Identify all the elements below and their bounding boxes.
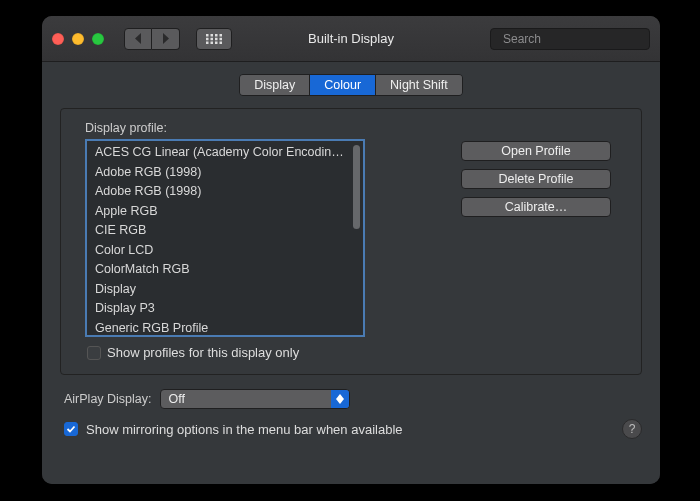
- svg-rect-10: [215, 41, 218, 44]
- show-all-button[interactable]: [196, 28, 232, 50]
- close-window-button[interactable]: [52, 33, 64, 45]
- back-button[interactable]: [124, 28, 152, 50]
- list-item[interactable]: CIE RGB: [89, 221, 351, 241]
- nav-buttons: [124, 28, 180, 50]
- show-only-label: Show profiles for this display only: [107, 345, 299, 360]
- tab-night-shift[interactable]: Night Shift: [376, 75, 462, 95]
- list-item[interactable]: Adobe RGB (1998): [89, 182, 351, 202]
- mirroring-label: Show mirroring options in the menu bar w…: [86, 422, 403, 437]
- colour-panel: Display profile: ACES CG Linear (Academy…: [60, 108, 642, 375]
- list-item[interactable]: Display: [89, 280, 351, 300]
- svg-rect-4: [206, 37, 209, 40]
- svg-rect-2: [215, 34, 218, 37]
- svg-rect-0: [206, 34, 209, 37]
- airplay-value: Off: [169, 392, 185, 406]
- svg-rect-1: [211, 34, 214, 37]
- minimize-window-button[interactable]: [72, 33, 84, 45]
- profile-list-label: Display profile:: [85, 121, 365, 135]
- check-icon: [66, 424, 76, 434]
- list-item[interactable]: Adobe RGB (1998): [89, 163, 351, 183]
- svg-rect-11: [220, 41, 223, 44]
- mirroring-checkbox[interactable]: [64, 422, 78, 436]
- svg-rect-7: [220, 37, 223, 40]
- svg-rect-5: [211, 37, 214, 40]
- svg-rect-8: [206, 41, 209, 44]
- airplay-popup[interactable]: Off: [160, 389, 350, 409]
- airplay-label: AirPlay Display:: [64, 392, 152, 406]
- list-item[interactable]: ColorMatch RGB: [89, 260, 351, 280]
- airplay-row: AirPlay Display: Off: [60, 389, 642, 409]
- scrollbar[interactable]: [352, 143, 361, 333]
- delete-profile-button[interactable]: Delete Profile: [461, 169, 611, 189]
- list-item[interactable]: ACES CG Linear (Academy Color Encoding…: [89, 143, 351, 163]
- list-item[interactable]: Generic RGB Profile: [89, 319, 351, 334]
- show-only-checkbox[interactable]: [87, 346, 101, 360]
- window-controls: [52, 33, 104, 45]
- search-input[interactable]: [503, 32, 653, 46]
- list-item[interactable]: Color LCD: [89, 241, 351, 261]
- mirroring-row[interactable]: Show mirroring options in the menu bar w…: [60, 419, 642, 439]
- tab-bar: Display Colour Night Shift: [60, 74, 642, 96]
- help-button[interactable]: ?: [622, 419, 642, 439]
- calibrate-button[interactable]: Calibrate…: [461, 197, 611, 217]
- svg-rect-6: [215, 37, 218, 40]
- list-item[interactable]: Display P3: [89, 299, 351, 319]
- show-only-row[interactable]: Show profiles for this display only: [85, 345, 365, 360]
- list-item[interactable]: Apple RGB: [89, 202, 351, 222]
- tab-display[interactable]: Display: [240, 75, 310, 95]
- search-field[interactable]: [490, 28, 650, 50]
- profile-listbox[interactable]: ACES CG Linear (Academy Color Encoding… …: [85, 139, 365, 337]
- svg-rect-9: [211, 41, 214, 44]
- preferences-window: Built-in Display Display Colour Night Sh…: [42, 16, 660, 484]
- popup-arrows-icon: [331, 390, 349, 408]
- window-body: Display Colour Night Shift Display profi…: [42, 62, 660, 484]
- svg-rect-3: [220, 34, 223, 37]
- open-profile-button[interactable]: Open Profile: [461, 141, 611, 161]
- maximize-window-button[interactable]: [92, 33, 104, 45]
- tab-colour[interactable]: Colour: [310, 75, 376, 95]
- titlebar: Built-in Display: [42, 16, 660, 62]
- scrollbar-thumb[interactable]: [353, 145, 360, 229]
- forward-button[interactable]: [152, 28, 180, 50]
